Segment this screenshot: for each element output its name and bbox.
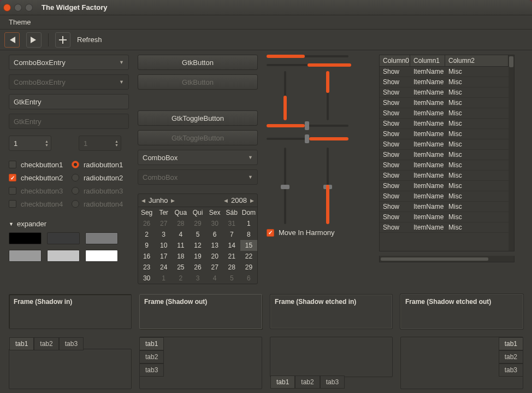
table-row[interactable]: ShowItemNameMisc <box>380 129 509 139</box>
calendar-day[interactable]: 7 <box>223 229 240 240</box>
table-row[interactable]: ShowItemNameMisc <box>380 98 509 108</box>
calendar-day[interactable]: 18 <box>172 251 189 262</box>
calendar-day[interactable]: 10 <box>155 240 172 251</box>
calendar-day-off[interactable]: 3 <box>189 273 206 284</box>
calendar-day[interactable]: 4 <box>172 229 189 240</box>
table-row[interactable]: ShowItemNameMisc <box>380 212 509 222</box>
calendar-day[interactable]: 28 <box>223 262 240 273</box>
next-year-icon[interactable]: ▶ <box>250 198 254 203</box>
calendar-day[interactable]: 15 <box>240 240 257 251</box>
calendar-day-off[interactable]: 1 <box>155 273 172 284</box>
maximize-button[interactable] <box>25 4 33 11</box>
calendar-day[interactable]: 24 <box>155 262 172 273</box>
next-month-icon[interactable]: ▶ <box>171 198 175 203</box>
toolbar-first-button[interactable] <box>4 32 20 48</box>
checkbutton1[interactable]: checkbutton1 <box>9 159 66 171</box>
menu-theme[interactable]: Theme <box>4 16 35 28</box>
tab-1[interactable]: tab1 <box>499 337 523 350</box>
calendar-day[interactable]: 5 <box>189 229 206 240</box>
table-row[interactable]: ShowItemNameMisc <box>380 87 509 98</box>
calendar-day-off[interactable]: 27 <box>155 218 172 229</box>
color-swatch[interactable] <box>47 232 80 244</box>
tab-3[interactable]: tab3 <box>499 363 523 377</box>
text-entry[interactable] <box>9 94 129 109</box>
color-swatch[interactable] <box>85 232 118 244</box>
table-row[interactable]: ShowItemNameMisc <box>380 202 509 212</box>
table-row[interactable]: ShowItemNameMisc <box>380 191 509 202</box>
calendar-day-off[interactable]: 5 <box>223 273 240 284</box>
calendar[interactable]: ◀ Junho ▶ ◀ 2008 ▶ SegTerQuaQuiSexSábDom… <box>138 193 258 284</box>
calendar-day[interactable]: 29 <box>240 262 257 273</box>
prev-year-icon[interactable]: ◀ <box>224 198 228 203</box>
calendar-day[interactable]: 13 <box>206 240 223 251</box>
calendar-day[interactable]: 9 <box>138 240 155 251</box>
tab-2[interactable]: tab2 <box>34 337 58 350</box>
calendar-day[interactable]: 1 <box>240 218 257 229</box>
calendar-day-off[interactable]: 30 <box>206 218 223 229</box>
text-entry-input[interactable] <box>14 98 124 106</box>
vertical-scrollbar[interactable] <box>509 55 514 251</box>
expander[interactable]: ▼expander <box>9 220 129 262</box>
slider-thumb[interactable] <box>305 121 309 130</box>
tab-2[interactable]: tab2 <box>139 350 164 363</box>
tab-2[interactable]: tab2 <box>295 376 320 389</box>
column-header-0[interactable]: Column0 <box>380 55 410 66</box>
column-header-2[interactable]: Column2 <box>445 55 509 66</box>
tab-2[interactable]: tab2 <box>499 350 523 363</box>
calendar-day[interactable]: 3 <box>155 229 172 240</box>
spin-arrows-icon[interactable]: ▲▼ <box>45 139 49 147</box>
calendar-day[interactable]: 6 <box>206 229 223 240</box>
radiobutton2[interactable]: radiobutton2 <box>72 172 129 184</box>
calendar-day[interactable]: 8 <box>240 229 257 240</box>
horizontal-scrollbar[interactable] <box>379 256 515 262</box>
calendar-day[interactable]: 12 <box>189 240 206 251</box>
tree-view[interactable]: Column0 Column1 Column2 ShowItemNameMisc… <box>379 55 515 251</box>
combo-entry[interactable]: ComboBoxEntry ▼ <box>9 55 129 70</box>
table-row[interactable]: ShowItemNameMisc <box>380 160 509 171</box>
color-swatch[interactable] <box>85 250 118 262</box>
color-swatch[interactable] <box>9 232 42 244</box>
calendar-day[interactable]: 14 <box>223 240 240 251</box>
calendar-day[interactable]: 25 <box>172 262 189 273</box>
column-header-1[interactable]: Column1 <box>410 55 445 66</box>
calendar-day-off[interactable]: 29 <box>189 218 206 229</box>
slider-thumb[interactable] <box>305 134 309 143</box>
tab-1[interactable]: tab1 <box>139 337 164 350</box>
calendar-day[interactable]: 17 <box>155 251 172 262</box>
calendar-day-off[interactable]: 28 <box>172 218 189 229</box>
calendar-day[interactable]: 26 <box>189 262 206 273</box>
calendar-day[interactable]: 22 <box>240 251 257 262</box>
gtk-toggle-button[interactable]: GtkToggleButton <box>138 110 258 126</box>
radiobutton1[interactable]: radiobutton1 <box>72 159 129 171</box>
table-row[interactable]: ShowItemNameMisc <box>380 119 509 129</box>
table-row[interactable]: ShowItemNameMisc <box>380 77 509 87</box>
tab-3[interactable]: tab3 <box>59 337 84 350</box>
close-button[interactable] <box>3 4 11 11</box>
calendar-day[interactable]: 30 <box>138 273 155 284</box>
prev-month-icon[interactable]: ◀ <box>141 198 145 203</box>
scrollbar-thumb[interactable] <box>509 56 513 67</box>
color-swatch[interactable] <box>47 250 80 262</box>
slider-thumb[interactable] <box>281 185 289 189</box>
table-row[interactable]: ShowItemNameMisc <box>380 150 509 160</box>
calendar-day[interactable]: 21 <box>223 251 240 262</box>
toolbar-refresh[interactable]: Refresh <box>77 36 102 44</box>
tab-3[interactable]: tab3 <box>320 376 345 389</box>
calendar-day[interactable]: 16 <box>138 251 155 262</box>
table-row[interactable]: ShowItemNameMisc <box>380 67 509 77</box>
checkbutton2[interactable]: checkbutton2 <box>9 172 66 184</box>
spin-button-1[interactable]: 1 ▲▼ <box>9 136 51 151</box>
calendar-day-off[interactable]: 26 <box>138 218 155 229</box>
v-slider-1[interactable] <box>284 148 286 224</box>
tab-3[interactable]: tab3 <box>139 363 164 377</box>
calendar-day-off[interactable]: 4 <box>206 273 223 284</box>
move-in-harmony-check[interactable]: Move In Harmony <box>267 228 335 237</box>
table-row[interactable]: ShowItemNameMisc <box>380 222 509 233</box>
calendar-day[interactable]: 2 <box>138 229 155 240</box>
calendar-day[interactable]: 19 <box>189 251 206 262</box>
table-row[interactable]: ShowItemNameMisc <box>380 139 509 150</box>
calendar-day-off[interactable]: 31 <box>223 218 240 229</box>
scrollbar-thumb[interactable] <box>381 257 488 261</box>
tab-1[interactable]: tab1 <box>270 376 295 389</box>
toolbar-last-button[interactable] <box>26 32 42 48</box>
